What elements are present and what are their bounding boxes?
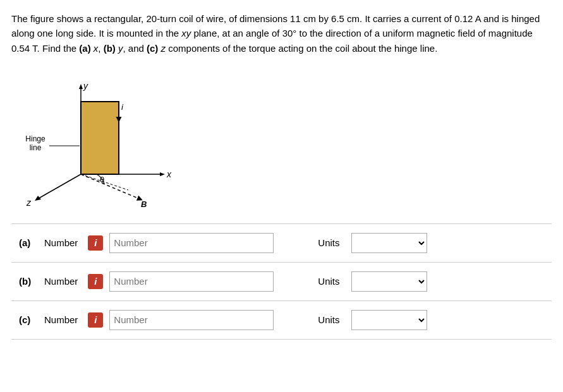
number-label-c: Number [44,314,78,325]
svg-marker-3 [160,172,165,176]
problem-text: The figure shows a rectangular, 20-turn … [11,11,552,56]
info-icon-b[interactable]: i [88,274,103,289]
figure-area: y x z i [11,67,552,212]
row-label-a: (a) [19,237,38,248]
hinge-label: Hinge [25,134,45,143]
number-input-a[interactable] [109,233,274,253]
x-axis-label: x [166,169,172,179]
y-axis-label: y [83,81,88,91]
number-label-b: Number [44,276,78,287]
units-select-b[interactable]: N·m mN·m μN·m [351,271,427,292]
number-label-a: Number [44,237,78,248]
current-label: i [121,102,124,112]
row-label-c: (c) [19,314,38,325]
info-icon-a[interactable]: i [88,235,103,251]
answer-row-a: (a) Number i Units N·m mN·m μN·m [11,224,552,263]
B-label: B [141,199,147,209]
svg-marker-5 [35,196,41,201]
svg-marker-1 [79,84,83,89]
svg-line-10 [81,174,141,199]
z-axis-label: z [26,198,32,208]
answer-rows: (a) Number i Units N·m mN·m μN·m (b) Num… [11,223,552,340]
main-container: The figure shows a rectangular, 20-turn … [0,0,563,346]
svg-line-11 [81,174,128,190]
diagram-svg: y x z i [18,67,182,212]
theta-label: θ [100,175,104,184]
svg-line-4 [37,174,81,199]
units-select-c[interactable]: N·m mN·m μN·m [351,310,427,330]
number-input-b[interactable] [109,271,274,292]
units-label-b: Units [318,276,339,287]
number-input-c[interactable] [109,310,274,330]
units-select-a[interactable]: N·m mN·m μN·m [351,233,427,253]
info-icon-c[interactable]: i [88,312,103,328]
units-label-c: Units [318,314,339,325]
hinge-label2: line [30,143,42,152]
coil-rect [81,102,119,174]
answer-row-c: (c) Number i Units N·m mN·m μN·m [11,301,552,340]
row-label-b: (b) [19,276,38,287]
units-label-a: Units [318,237,339,248]
answer-row-b: (b) Number i Units N·m mN·m μN·m [11,263,552,301]
